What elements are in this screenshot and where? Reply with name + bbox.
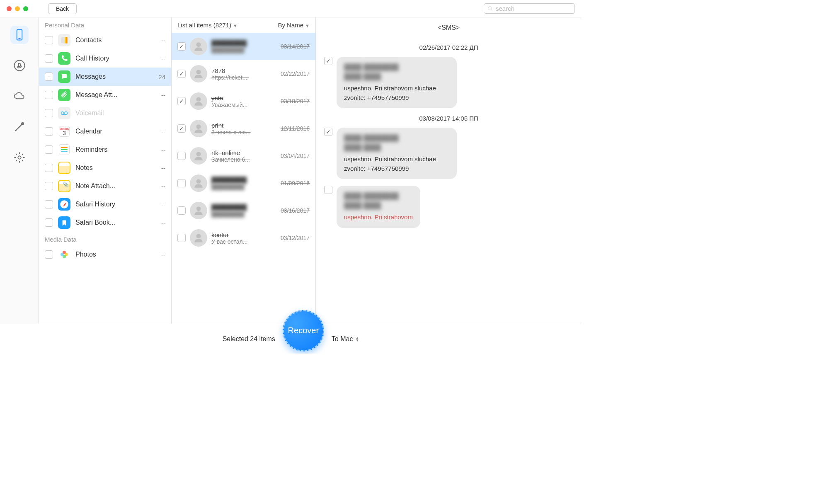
- bubble-row: ████ ████████████ ████uspeshno. Pri stra…: [324, 186, 573, 228]
- category-count: --: [153, 201, 165, 208]
- message-preview: 3 чехла с лю...: [211, 129, 276, 136]
- svg-line-1: [491, 9, 492, 10]
- category-row-voicemail[interactable]: Voicemail: [39, 104, 171, 122]
- minimize-icon[interactable]: [15, 6, 20, 11]
- message-list-column: List all items (8271)▼ By Name▼ ✓███████…: [172, 17, 316, 324]
- message-name: kontur: [211, 231, 276, 238]
- checkbox[interactable]: ✓: [177, 97, 186, 105]
- checkbox[interactable]: [45, 250, 53, 259]
- checkbox[interactable]: [45, 164, 53, 172]
- category-label: Voicemail: [75, 109, 148, 117]
- message-bubble: ████ ████████████ ████uspeshno. Pri stra…: [337, 186, 420, 228]
- checkbox[interactable]: [45, 36, 53, 44]
- message-row[interactable]: ✓████████████████03/14/2017: [172, 33, 315, 60]
- sidebar: [0, 17, 39, 324]
- search-input[interactable]: search: [484, 3, 575, 14]
- category-column: Personal Data Contacts--Call History--−M…: [39, 17, 172, 324]
- svg-point-22: [196, 42, 201, 47]
- destination-select[interactable]: To Mac ▲▼: [332, 335, 359, 343]
- avatar: [190, 174, 207, 192]
- category-row-attach[interactable]: Message Att...--: [39, 86, 171, 104]
- message-row[interactable]: ✓7878https://ticket....02/22/2017: [172, 60, 315, 87]
- category-count: --: [153, 37, 165, 44]
- category-row-chat[interactable]: −Messages24: [39, 68, 171, 86]
- svg-point-24: [196, 97, 201, 102]
- category-row-photos[interactable]: Photos--: [39, 245, 171, 264]
- message-preview: https://ticket....: [211, 74, 276, 81]
- message-preview: ████████: [211, 47, 276, 53]
- message-row[interactable]: ✓print3 чехла с лю...12/11/2016: [172, 115, 315, 142]
- category-row-safaribook[interactable]: Safari Book...--: [39, 213, 171, 232]
- checkbox[interactable]: [45, 91, 53, 99]
- checkbox[interactable]: [45, 54, 53, 63]
- svg-rect-11: [66, 37, 67, 44]
- checkbox[interactable]: ✓: [324, 57, 332, 65]
- bubble-body: uspeshno. Pri strahovom sluchae zvonite:…: [344, 84, 449, 102]
- checkbox[interactable]: [45, 200, 53, 208]
- category-row-reminders[interactable]: Reminders--: [39, 141, 171, 159]
- message-preview: Уважаемый...: [211, 102, 276, 108]
- back-button[interactable]: Back: [48, 3, 77, 14]
- message-preview: ████████: [211, 211, 276, 218]
- checkbox[interactable]: [45, 109, 53, 117]
- message-name: 7878: [211, 67, 276, 74]
- avatar: [190, 147, 207, 165]
- category-row-contacts[interactable]: Contacts--: [39, 31, 171, 49]
- checkbox[interactable]: [45, 182, 53, 190]
- message-row[interactable]: ████████████████01/09/2016: [172, 170, 315, 197]
- category-row-notes[interactable]: Notes--: [39, 159, 171, 177]
- category-label: Message Att...: [75, 91, 148, 99]
- checkbox[interactable]: [177, 206, 186, 215]
- checkbox[interactable]: ✓: [177, 124, 186, 133]
- checkbox[interactable]: ✓: [177, 70, 186, 78]
- message-row[interactable]: ✓yotaУважаемый...03/18/2017: [172, 87, 315, 115]
- checkbox[interactable]: ✓: [324, 128, 332, 136]
- sort-dropdown[interactable]: By Name▼: [278, 22, 310, 29]
- checkbox[interactable]: ✓: [177, 42, 186, 51]
- category-label: Calendar: [75, 128, 148, 135]
- checkbox[interactable]: [177, 234, 186, 242]
- category-row-calendar[interactable]: Sunday3Calendar--: [39, 122, 171, 141]
- bubble-body: uspeshno. Pri strahovom sluchae zvonite:…: [344, 155, 449, 173]
- sidebar-item-tools[interactable]: [10, 118, 29, 136]
- sidebar-item-settings[interactable]: [10, 148, 29, 167]
- avatar: [190, 229, 207, 247]
- avatar: [190, 120, 207, 137]
- tools-icon: [13, 121, 26, 133]
- avatar: [190, 65, 207, 82]
- search-placeholder: search: [496, 5, 514, 12]
- category-label: Notes: [75, 164, 148, 172]
- maximize-icon[interactable]: [23, 6, 28, 11]
- selected-count: Selected 24 items: [223, 335, 275, 343]
- sidebar-item-media[interactable]: [10, 56, 29, 75]
- message-name: yota: [211, 94, 276, 102]
- category-row-safari[interactable]: Safari History--: [39, 195, 171, 213]
- recover-button[interactable]: Recover: [283, 310, 324, 351]
- checkbox[interactable]: [45, 218, 53, 227]
- category-count: --: [153, 251, 165, 258]
- device-icon: [13, 29, 26, 41]
- checkbox[interactable]: −: [45, 73, 53, 81]
- section-header-media: Media Data: [39, 232, 171, 245]
- filter-dropdown[interactable]: List all items (8271)▼: [177, 22, 238, 29]
- message-row[interactable]: konturУ вас остал...03/12/2017: [172, 224, 315, 252]
- category-count: --: [153, 219, 165, 226]
- message-row[interactable]: ████████████████03/16/2017: [172, 197, 315, 224]
- message-row[interactable]: rtk_onlimeЗачислено 6...03/04/2017: [172, 142, 315, 170]
- message-date: 01/09/2016: [281, 180, 310, 187]
- close-icon[interactable]: [7, 6, 12, 11]
- checkbox[interactable]: [177, 179, 186, 187]
- checkbox[interactable]: [324, 186, 332, 194]
- sidebar-item-device[interactable]: [10, 26, 29, 44]
- message-name: ████████: [211, 177, 276, 184]
- category-row-noteattach[interactable]: 📎Note Attach...--: [39, 177, 171, 195]
- category-label: Safari History: [75, 201, 148, 208]
- sidebar-item-cloud[interactable]: [10, 87, 29, 105]
- category-label: Photos: [75, 251, 148, 258]
- checkbox[interactable]: [45, 127, 53, 136]
- checkbox[interactable]: [45, 145, 53, 154]
- message-date: 12/11/2016: [281, 125, 310, 132]
- checkbox[interactable]: [177, 152, 186, 160]
- message-date: 02/22/2017: [281, 70, 310, 77]
- category-row-phone[interactable]: Call History--: [39, 49, 171, 68]
